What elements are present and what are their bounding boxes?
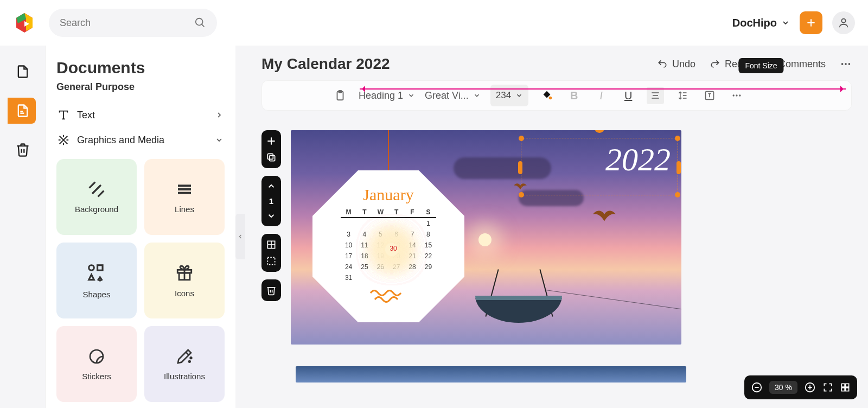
delete-page-button[interactable]: [266, 285, 277, 296]
lines-icon: [176, 181, 193, 198]
chevron-up-icon: [266, 181, 276, 191]
resize-handle[interactable]: [675, 136, 680, 141]
prev-page-button[interactable]: [266, 181, 276, 191]
search-box[interactable]: [49, 9, 217, 37]
add-element-button[interactable]: [266, 136, 277, 146]
plus-icon: [266, 136, 277, 146]
textbox-icon: [704, 90, 715, 101]
document-title[interactable]: My Calendar 2022: [261, 55, 643, 73]
tile-lines[interactable]: Lines: [144, 159, 225, 235]
rail-blank-page[interactable]: [10, 59, 36, 85]
account-button[interactable]: [832, 11, 855, 34]
rotate-handle[interactable]: ↻: [595, 130, 604, 133]
resize-handle[interactable]: [519, 192, 524, 197]
design-icon: [58, 134, 69, 146]
dots-icon: [840, 58, 852, 70]
font-size-selector[interactable]: 234: [490, 85, 528, 106]
svg-rect-61: [841, 388, 845, 391]
panel-row-text[interactable]: Text: [56, 103, 225, 127]
select-button[interactable]: [266, 256, 277, 266]
chevron-down-icon: [266, 211, 276, 221]
svg-line-9: [90, 182, 95, 188]
artboard-page-2[interactable]: [296, 366, 686, 382]
tile-label: Background: [75, 205, 118, 214]
svg-rect-53: [267, 257, 275, 264]
tile-label: Icons: [175, 289, 194, 298]
minus-circle-icon: [751, 381, 763, 393]
workspace-switcher[interactable]: DocHipo: [732, 17, 790, 29]
next-page-button[interactable]: [266, 211, 276, 221]
line-height-icon: [677, 90, 688, 101]
dots-icon: [731, 90, 742, 101]
zoom-value[interactable]: 30 %: [769, 381, 797, 394]
svg-rect-48: [270, 156, 275, 161]
new-document-button[interactable]: [800, 11, 822, 34]
selection-box[interactable]: ↻: [521, 138, 678, 195]
heading-selector[interactable]: Heading 1: [359, 90, 415, 101]
svg-line-1: [202, 24, 205, 27]
search-icon: [194, 17, 206, 29]
canvas-area: My Calendar 2022 Undo Redo Comments Font…: [245, 46, 868, 408]
tile-stickers[interactable]: Stickers: [56, 326, 137, 402]
resize-handle[interactable]: [676, 161, 681, 174]
collapse-panel-button[interactable]: [235, 214, 245, 259]
svg-point-22: [189, 361, 190, 362]
svg-point-32: [549, 97, 552, 100]
side-panel: Documents General Purpose Text Graphics …: [46, 46, 235, 408]
grid-button[interactable]: [266, 239, 277, 250]
svg-rect-59: [841, 384, 845, 387]
svg-point-0: [196, 18, 203, 25]
svg-point-23: [190, 357, 192, 359]
calendar-widget[interactable]: January SMTWTFS 123456789101112131415161…: [312, 170, 464, 322]
app-logo[interactable]: [13, 11, 36, 34]
align-icon: [650, 90, 661, 101]
tile-illustrations[interactable]: Illustrations: [144, 326, 225, 402]
font-selector[interactable]: Great Vi...: [425, 90, 481, 101]
redo-icon: [710, 59, 720, 69]
grid-view-button[interactable]: [840, 382, 851, 393]
font-size-tooltip: Font Size: [738, 58, 783, 73]
gift-icon: [175, 264, 194, 282]
bird-icon: [592, 206, 616, 222]
duplicate-button[interactable]: [266, 152, 277, 163]
tile-background[interactable]: Background: [56, 159, 137, 235]
expand-icon: [822, 382, 833, 393]
clipboard-button[interactable]: [331, 87, 349, 104]
rail-trash[interactable]: [10, 137, 36, 163]
svg-point-15: [89, 265, 94, 270]
svg-point-4: [841, 19, 845, 23]
undo-button[interactable]: Undo: [657, 59, 695, 70]
rail-documents[interactable]: [8, 98, 36, 124]
fullscreen-button[interactable]: [822, 382, 833, 393]
calendar-grid: SMTWTFS 12345678910111213141516171819202…: [341, 207, 436, 283]
plus-icon: [806, 17, 816, 28]
resize-handle[interactable]: [675, 192, 680, 197]
zoom-out-button[interactable]: [751, 381, 763, 393]
chevron-down-icon: [781, 18, 790, 27]
tile-icons[interactable]: Icons: [144, 243, 225, 318]
resize-handle[interactable]: [518, 161, 522, 174]
row-label: Graphics and Media: [77, 135, 164, 146]
plus-circle-icon: [804, 381, 816, 393]
search-input[interactable]: [60, 17, 188, 29]
tile-label: Illustrations: [164, 372, 205, 381]
more-menu-button[interactable]: [840, 58, 852, 70]
text-toolbar: Font Size Heading 1 Great Vi... 234 B I: [261, 80, 852, 111]
marquee-icon: [266, 256, 277, 266]
zoom-in-button[interactable]: [804, 381, 816, 393]
panel-row-graphics[interactable]: Graphics and Media: [56, 127, 225, 152]
resize-handle[interactable]: [519, 136, 524, 141]
svg-rect-62: [846, 388, 849, 391]
artboard-page-1[interactable]: 2022 ↻ January SMTWTFS: [291, 130, 681, 345]
pencil-icon: [176, 348, 193, 365]
svg-point-29: [848, 63, 851, 65]
chevron-down-icon: [473, 92, 481, 99]
tile-label: Lines: [175, 205, 194, 214]
annotation-arrow: [360, 88, 846, 90]
chevron-left-icon: [237, 233, 244, 240]
shapes-icon: [86, 263, 107, 283]
tile-shapes[interactable]: Shapes: [56, 243, 137, 318]
undo-icon: [657, 59, 668, 69]
sun-graphic: [478, 233, 492, 246]
panel-subtitle: General Purpose: [56, 81, 225, 93]
